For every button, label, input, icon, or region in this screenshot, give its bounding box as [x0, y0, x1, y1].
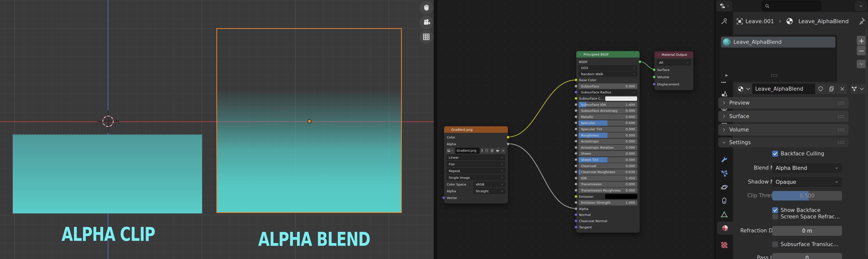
- param-subsurface-anisotropy[interactable]: Subsurface Anisotropy0.000: [579, 108, 638, 114]
- param-specular-tint[interactable]: Specular Tint0.000: [579, 126, 638, 132]
- filter-toggle-icon[interactable]: [724, 73, 729, 78]
- breadcrumb-object[interactable]: Leave.001: [745, 18, 774, 25]
- panel-settings[interactable]: Settings: [718, 138, 848, 147]
- param-ior[interactable]: IOR1.450: [579, 175, 638, 181]
- param-subsurface-ior[interactable]: Subsurface IOR1.400: [579, 102, 638, 107]
- socket-surface[interactable]: [653, 68, 656, 71]
- socket-displacement[interactable]: [653, 83, 656, 86]
- cursor-3d-icon[interactable]: [97, 110, 119, 132]
- sss-method-dropdown[interactable]: Random Walk: [579, 71, 638, 77]
- param-emission[interactable]: Emission: [579, 194, 638, 199]
- clip-threshold-slider[interactable]: 0.500: [772, 191, 842, 200]
- image-name-field[interactable]: Gradient.png: [455, 148, 480, 154]
- param-specular[interactable]: Specular0.500: [579, 120, 638, 126]
- color-swatch[interactable]: [605, 194, 638, 199]
- node-tree-button[interactable]: [850, 84, 866, 94]
- input-alpha[interactable]: Alpha: [579, 206, 638, 212]
- input-volume[interactable]: Volume: [657, 74, 691, 80]
- material-name-field[interactable]: Leave_AlphaBlend: [752, 84, 815, 94]
- color-space-dropdown[interactable]: sRGB: [473, 181, 506, 187]
- input-base-color[interactable]: Base Color: [579, 77, 638, 83]
- node-header[interactable]: Gradient.png: [444, 126, 508, 133]
- unlink-material-button[interactable]: [837, 84, 847, 94]
- unlink-image-x-icon[interactable]: [501, 148, 506, 154]
- tab-physics[interactable]: [715, 181, 733, 193]
- panel-grip[interactable]: [838, 128, 845, 132]
- param-subsurface-radius[interactable]: Subsurface Radius: [579, 90, 638, 95]
- source-dropdown[interactable]: Single Image: [446, 175, 506, 181]
- image-browse-button[interactable]: [446, 148, 455, 154]
- backface-culling-checkbox[interactable]: [772, 151, 778, 157]
- refraction-depth-field[interactable]: 0 m: [772, 226, 842, 236]
- panel-volume[interactable]: Volume: [718, 124, 848, 136]
- browse-material-button[interactable]: [737, 84, 752, 94]
- tab-texture[interactable]: [715, 238, 733, 252]
- param-anisotropic[interactable]: Anisotropic0.000: [579, 139, 638, 144]
- socket-volume[interactable]: [653, 75, 656, 78]
- socket-base-color[interactable]: [575, 78, 578, 81]
- viewport-3d[interactable]: ALPHA CLIP ALPHA BLEND: [0, 0, 434, 259]
- color-swatch[interactable]: [605, 96, 638, 101]
- distribution-dropdown[interactable]: GGX: [579, 65, 638, 71]
- input-tangent[interactable]: Tangent: [579, 224, 638, 230]
- shadow-mode-dropdown[interactable]: Opaque: [772, 177, 842, 187]
- param-transmission[interactable]: Transmission0.000: [579, 182, 638, 187]
- alpha-mode-dropdown[interactable]: Straight: [473, 188, 506, 194]
- param-clearcoat-roughness[interactable]: Clearcoat Roughness0.030: [579, 169, 638, 175]
- camera-icon[interactable]: [420, 16, 433, 29]
- socket-vector-in[interactable]: [442, 196, 445, 199]
- param-clearcoat[interactable]: Clearcoat0.000: [579, 163, 638, 169]
- node-image-texture[interactable]: Gradient.png Color Alpha Gradient.png: [444, 126, 508, 204]
- param-sheen-tint[interactable]: Sheen Tint0.500: [579, 157, 638, 162]
- node-header[interactable]: Principled BSDF: [576, 51, 640, 58]
- param-subsurface-color[interactable]: Subsurface C…: [579, 96, 638, 101]
- search-input[interactable]: [762, 1, 821, 11]
- breadcrumb-material[interactable]: Leave_AlphaBlend: [798, 18, 849, 25]
- panel-preview[interactable]: Preview: [718, 97, 848, 109]
- output-color[interactable]: Color: [446, 134, 506, 140]
- input-displacement[interactable]: Displacement: [657, 81, 691, 87]
- pin-icon[interactable]: [857, 17, 866, 26]
- panel-grip[interactable]: [838, 101, 845, 105]
- plane-alpha-clip[interactable]: [13, 135, 202, 214]
- text-alpha-clip[interactable]: ALPHA CLIP: [62, 223, 151, 245]
- open-image-folder-icon[interactable]: [495, 148, 500, 154]
- param-subsurface[interactable]: Subsurface0.000: [579, 83, 638, 89]
- subsurface-translucency-checkbox[interactable]: [772, 241, 778, 247]
- tab-modifiers[interactable]: [715, 153, 733, 166]
- interpolation-dropdown[interactable]: Linear: [446, 154, 506, 160]
- panel-grip[interactable]: [838, 115, 845, 118]
- param-emission-strength[interactable]: Emission Strength1.000: [579, 200, 638, 206]
- node-header[interactable]: Material Output: [654, 51, 693, 58]
- input-normal[interactable]: Normal: [579, 212, 638, 218]
- editor-type-button[interactable]: [717, 1, 732, 11]
- scrollbar[interactable]: [866, 29, 867, 255]
- input-vector[interactable]: Vector: [446, 195, 506, 201]
- pan-hand-icon[interactable]: [420, 1, 433, 14]
- input-clearcoat-normal[interactable]: Clearcoat Normal: [579, 218, 638, 224]
- shader-node-editor[interactable]: Gradient.png Color Alpha Gradient.png: [437, 0, 714, 259]
- input-surface[interactable]: Surface: [657, 67, 691, 73]
- panel-surface[interactable]: Surface: [718, 111, 848, 122]
- new-material-copy-button[interactable]: [826, 84, 837, 94]
- header-options-button[interactable]: [856, 1, 867, 11]
- image-datablock-row[interactable]: Gradient.png 3: [446, 148, 506, 154]
- output-bsdf[interactable]: BSDF: [579, 59, 638, 65]
- extension-dropdown[interactable]: Repeat: [446, 168, 506, 174]
- tab-constraints[interactable]: [715, 194, 733, 207]
- projection-dropdown[interactable]: Flat: [446, 161, 506, 167]
- tab-material[interactable]: [717, 222, 733, 234]
- output-alpha[interactable]: Alpha: [446, 141, 506, 147]
- socket-bsdf-out[interactable]: [639, 60, 641, 63]
- fake-user-shield-icon[interactable]: [484, 148, 489, 154]
- material-slot-selected[interactable]: Leave_AlphaBlend: [721, 37, 835, 47]
- material-slot-list[interactable]: Leave_AlphaBlend: [719, 35, 837, 82]
- grid-icon[interactable]: [420, 30, 433, 44]
- panel-grip[interactable]: [838, 141, 845, 144]
- param-roughness[interactable]: Roughness0.500: [579, 133, 638, 138]
- editor-divider[interactable]: [434, 0, 437, 259]
- blend-mode-dropdown[interactable]: Alpha Blend: [772, 163, 842, 173]
- pass-index-field[interactable]: 0: [772, 253, 842, 259]
- fake-user-shield-button[interactable]: [815, 84, 826, 94]
- node-material-output[interactable]: Material Output All Surface Volume Disp: [654, 51, 693, 90]
